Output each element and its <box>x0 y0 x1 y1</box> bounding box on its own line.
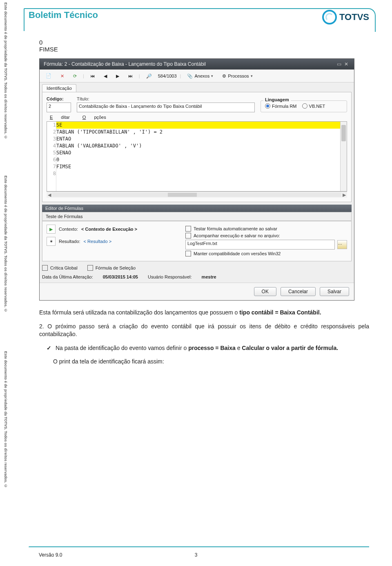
p3d: Calcular o valor a partir de fórmula. <box>242 345 338 351</box>
chk-compat-win32[interactable]: Manter compatibilidade com versões Win32 <box>185 251 347 256</box>
resultado-value: < Resultado > <box>84 239 112 244</box>
codigo-field: Código: 2 <box>47 96 71 112</box>
nav-first-button[interactable]: ⏮ <box>87 72 98 80</box>
titulo-input[interactable]: Contabilização de Baixa - Lançamento do … <box>77 103 255 112</box>
binoculars-icon: 🔎 <box>146 74 152 79</box>
code-line: 0 <box>56 156 347 163</box>
codigo-label: Código: <box>47 96 71 101</box>
teste-section-title: Teste de Fórmulas <box>42 212 352 221</box>
p4-text: O print da tela de identificação ficará … <box>39 358 369 366</box>
delete-button[interactable]: ✕ <box>58 72 67 80</box>
chk-compat-label: Manter compatibilidade com versões Win32 <box>194 251 281 256</box>
code-line: FIMSE <box>39 46 369 53</box>
save-button[interactable]: Salvar <box>320 287 349 296</box>
formula-editor[interactable]: 1SE 2TABLAN ('TIPOCONTABILLAN' , 'I') = … <box>47 121 347 192</box>
nav-next-button[interactable]: ▶ <box>113 72 122 80</box>
brand-logo: TOTVS <box>322 10 369 25</box>
contexto-label: Contexto: <box>59 227 78 232</box>
code-line: 0 <box>39 39 369 46</box>
radio-rm-label: Fórmula RM <box>272 104 297 109</box>
last-mod-value: 05/03/2015 14:05 <box>103 274 138 279</box>
footer-version: Versão 9.0 <box>39 552 62 558</box>
totvs-ring-icon <box>322 10 337 25</box>
checkmark-icon: ✓ <box>47 345 51 351</box>
radio-vb-label: VB.NET <box>309 104 325 109</box>
footer-rule <box>29 546 369 547</box>
linguagem-legend: Linguagem <box>263 97 291 102</box>
nav-prev-button[interactable]: ◀ <box>101 72 110 80</box>
processos-dropdown[interactable]: ⚙Processos▾ <box>219 72 255 80</box>
application-screenshot: Fórmula: 2 - Contabilização de Baixa - L… <box>39 58 354 301</box>
rail-text-3: Este documento é de propriedade da TOTVS… <box>3 351 8 488</box>
p3a: Na pasta de identificação do evento vamo… <box>56 345 188 351</box>
window-titlebar: Fórmula: 2 - Contabilização de Baixa - L… <box>40 59 354 69</box>
footer-page-number: 3 <box>195 552 198 558</box>
logfile-input[interactable]: LogTestFrm.txt <box>185 240 335 250</box>
p3c: e <box>237 345 242 351</box>
processos-label: Processos <box>228 74 249 78</box>
document-title: Boletim Técnico <box>29 10 98 20</box>
menu-opcoes[interactable]: Opções <box>79 114 108 120</box>
refresh-button[interactable]: ⟳ <box>70 72 80 80</box>
chk-formula-selecao[interactable]: Fórmula de Seleção <box>87 265 136 271</box>
run-context-button[interactable]: ▶ <box>47 225 56 234</box>
editor-horizontal-scrollbar[interactable]: ◀▶ <box>47 192 347 198</box>
code-line: TABLAN ('VALORBAIXADO' , 'V') <box>56 143 347 149</box>
search-button[interactable]: 🔎 <box>143 72 155 80</box>
brand-name: TOTVS <box>339 12 369 22</box>
window-close-icon[interactable]: ✕ <box>343 61 350 67</box>
wand-icon: ✶ <box>49 239 53 244</box>
window-title: Fórmula: 2 - Contabilização de Baixa - L… <box>44 61 206 67</box>
chk-selecao-label: Fórmula de Seleção <box>96 265 136 270</box>
titulo-label: Título: <box>77 96 255 101</box>
linguagem-group: Linguagem Fórmula RM VB.NET <box>261 100 347 112</box>
attachment-icon: 📎 <box>187 74 193 79</box>
code-line: SENAO <box>56 149 347 156</box>
record-position: 584/1003 <box>158 74 177 78</box>
teste-panel: ▶ Contexto: < Contexto de Execução > ✶ R… <box>42 221 352 261</box>
resultado-label: Resultado: <box>59 239 80 244</box>
last-mod-label: Data da Última Alteração: <box>42 274 93 279</box>
anexos-dropdown[interactable]: 📎Anexos▾ <box>184 72 216 80</box>
user-value: mestre <box>202 274 216 279</box>
contexto-value: < Contexto de Execução > <box>81 227 137 232</box>
dialog-buttonbar: OK Cancelar Salvar <box>40 283 354 300</box>
run-result-button[interactable]: ✶ <box>47 237 56 246</box>
code-line: ENTAO <box>56 136 347 143</box>
p2-text: 2. O próximo passo será a criação do eve… <box>39 323 369 339</box>
ownership-rail: Este documento é de propriedade da TOTVS… <box>3 0 12 564</box>
code-fragment: 0 FIMSE <box>39 39 369 53</box>
code-line: SE <box>56 122 347 129</box>
editor-vertical-scrollbar[interactable] <box>340 122 347 191</box>
editor-section-title: Editor de Fórmulas <box>42 205 352 212</box>
code-line <box>56 170 347 177</box>
editor-menu: EEditarditar Opções <box>47 115 347 120</box>
new-button[interactable]: 📄 <box>43 72 54 80</box>
user-label: Usuário Responsável: <box>148 274 192 279</box>
chk-acompanhar[interactable]: Acompanhar execução e salvar no arquivo: <box>185 233 347 238</box>
chk-testar-label: Testar fórmula automaticamente ao salvar <box>194 226 277 231</box>
rail-text-2: Este documento é de propriedade da TOTVS… <box>3 176 8 312</box>
menu-editar[interactable]: EEditarditar <box>47 114 71 120</box>
titulo-field: Título: Contabilização de Baixa - Lançam… <box>77 96 255 112</box>
chk-critica-global[interactable]: Crítica Global <box>42 265 78 271</box>
chk-critica-label: Crítica Global <box>50 265 78 270</box>
radio-formula-rm[interactable]: Fórmula RM <box>265 103 297 109</box>
body-paragraphs: Esta fórmula será utilizada na contabili… <box>39 309 369 366</box>
page-icon: 📄 <box>46 73 51 79</box>
rail-text-1: Este documento é de propriedade da TOTVS… <box>3 2 8 139</box>
nav-last-button[interactable]: ⏭ <box>125 72 136 80</box>
window-restore-icon[interactable]: ▭ <box>335 61 343 67</box>
p1-text: Esta fórmula será utilizada na contabili… <box>39 309 239 316</box>
anexos-label: Anexos <box>194 74 209 78</box>
radio-vbnet[interactable]: VB.NET <box>302 103 325 109</box>
record-toolbar: 📄 ✕ ⟳ | ⏮ ◀ ▶ ⏭ | 🔎 584/1003 | 📎Anexos▾ … <box>40 69 354 82</box>
play-icon: ▶ <box>49 227 53 232</box>
codigo-input[interactable]: 2 <box>47 103 71 112</box>
chk-testar-auto[interactable]: Testar fórmula automaticamente ao salvar <box>185 226 347 232</box>
ok-button[interactable]: OK <box>254 287 276 296</box>
tab-identificacao[interactable]: Identificação <box>42 84 76 92</box>
browse-button[interactable]: … <box>337 240 347 249</box>
cancel-button[interactable]: Cancelar <box>281 287 316 296</box>
code-line: FIMSE <box>56 163 347 170</box>
